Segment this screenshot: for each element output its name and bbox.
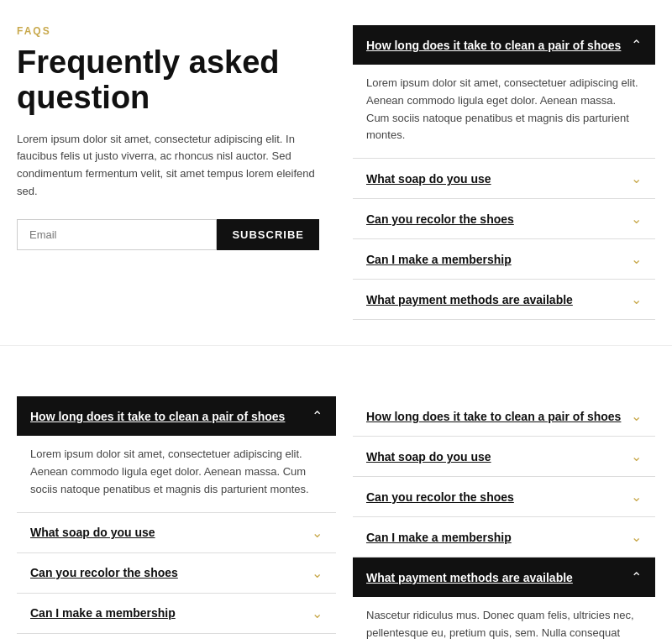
faq-item-bl-4: What payment methods are available ⌄ (17, 634, 336, 644)
faq-question-1: What soap do you use (366, 172, 491, 186)
faq-header-1[interactable]: What soap do you use ⌄ (353, 159, 655, 198)
chevron-down-icon-bl-1: ⌄ (312, 525, 323, 541)
top-section: FAQS Frequently asked question Lorem ips… (0, 0, 672, 346)
chevron-down-icon-bl-3: ⌄ (312, 605, 323, 621)
faq-question-bl-3: Can I make a membership (30, 606, 176, 620)
faq-question-bl-1: What soap do you use (30, 526, 155, 539)
faq-header-open-br[interactable]: What payment methods are available ⌃ (353, 558, 655, 597)
chevron-down-icon-3: ⌄ (631, 251, 642, 267)
main-title: Frequently asked question (17, 45, 319, 116)
faq-item-bl-2: Can you recolor the shoes ⌄ (17, 553, 336, 594)
faq-question-bl-2: Can you recolor the shoes (30, 566, 178, 579)
chevron-down-icon-br-4: ⌄ (631, 529, 642, 545)
faq-header-br-4[interactable]: Can I make a membership ⌄ (353, 517, 655, 557)
faq-header-open-bl[interactable]: How long does it take to clean a pair of… (17, 396, 336, 436)
faq-header-2[interactable]: Can you recolor the shoes ⌄ (353, 199, 655, 238)
chevron-down-icon-br-1: ⌄ (631, 408, 642, 424)
bottom-right-faq-panel: How long does it take to clean a pair of… (353, 396, 655, 644)
faq-header-4[interactable]: What payment methods are available ⌄ (353, 280, 655, 319)
bottom-left-faq-panel: How long does it take to clean a pair of… (17, 396, 336, 644)
faq-question-open-bl: How long does it take to clean a pair of… (30, 410, 285, 423)
faq-question-br-4: Can I make a membership (366, 531, 512, 544)
faq-item: What soap do you use ⌄ (353, 159, 655, 199)
faq-question-open-br: What payment methods are available (366, 571, 573, 584)
faq-item-open: How long does it take to clean a pair of… (353, 25, 655, 159)
faq-item: Can you recolor the shoes ⌄ (353, 199, 655, 239)
faq-item-bl-3: Can I make a membership ⌄ (17, 594, 336, 634)
faq-item-br-3: Can you recolor the shoes ⌄ (353, 477, 655, 517)
faq-item: Can I make a membership ⌄ (353, 239, 655, 280)
chevron-up-icon-bl: ⌃ (312, 408, 323, 424)
left-panel: FAQS Frequently asked question Lorem ips… (17, 25, 336, 320)
faq-question-open: How long does it take to clean a pair of… (366, 39, 621, 52)
faq-question-br-1: How long does it take to clean a pair of… (366, 410, 621, 423)
page-wrapper: FAQS Frequently asked question Lorem ips… (0, 0, 672, 644)
faq-item-bl-1: What soap do you use ⌄ (17, 513, 336, 553)
chevron-down-icon-br-3: ⌄ (631, 489, 642, 505)
faq-header-bl-3[interactable]: Can I make a membership ⌄ (17, 594, 336, 633)
faq-item-br-4: Can I make a membership ⌄ (353, 517, 655, 558)
faq-answer-open-br: Nascetur ridiculus mus. Donec quam felis… (353, 597, 655, 644)
faq-header-br-2[interactable]: What soap do you use ⌄ (353, 437, 655, 476)
faq-item-br-2: What soap do you use ⌄ (353, 437, 655, 477)
description-text: Lorem ipsum dolor sit amet, consectetur … (17, 131, 319, 201)
faq-header-br-1[interactable]: How long does it take to clean a pair of… (353, 396, 655, 436)
faq-answer-open-bl: Lorem ipsum dolor sit amet, consectetuer… (17, 436, 336, 511)
faq-header-bl-1[interactable]: What soap do you use ⌄ (17, 513, 336, 552)
faq-header-bl-4[interactable]: What payment methods are available ⌄ (17, 634, 336, 644)
bottom-section: How long does it take to clean a pair of… (0, 396, 672, 644)
faq-answer-open: Lorem ipsum dolor sit amet, consectetuer… (353, 65, 655, 158)
divider (0, 346, 672, 396)
faq-question-4: What payment methods are available (366, 293, 573, 306)
chevron-down-icon-1: ⌄ (631, 170, 642, 186)
chevron-up-icon: ⌃ (631, 37, 642, 53)
subscribe-button[interactable]: SUBSCRIBE (217, 219, 319, 250)
chevron-down-icon-2: ⌄ (631, 211, 642, 227)
faq-item-open-br: What payment methods are available ⌃ Nas… (353, 558, 655, 644)
faq-header-3[interactable]: Can I make a membership ⌄ (353, 239, 655, 279)
faq-item-br-1: How long does it take to clean a pair of… (353, 396, 655, 437)
chevron-up-icon-br: ⌃ (631, 569, 642, 585)
chevron-down-icon-bl-2: ⌄ (312, 565, 323, 581)
chevron-down-icon-br-2: ⌄ (631, 448, 642, 464)
faq-question-br-3: Can you recolor the shoes (366, 490, 514, 504)
faq-item: What payment methods are available ⌄ (353, 280, 655, 320)
faqs-label: FAQS (17, 25, 319, 37)
subscribe-row: SUBSCRIBE (17, 219, 319, 250)
faq-header-br-3[interactable]: Can you recolor the shoes ⌄ (353, 477, 655, 516)
faq-question-br-2: What soap do you use (366, 450, 491, 463)
faq-question-2: Can you recolor the shoes (366, 212, 514, 226)
faq-header-open[interactable]: How long does it take to clean a pair of… (353, 25, 655, 65)
faq-header-bl-2[interactable]: Can you recolor the shoes ⌄ (17, 553, 336, 593)
faq-question-3: Can I make a membership (366, 253, 512, 266)
top-right-faq-panel: How long does it take to clean a pair of… (353, 25, 655, 320)
email-input[interactable] (17, 219, 217, 250)
faq-item-open-bl: How long does it take to clean a pair of… (17, 396, 336, 512)
chevron-down-icon-4: ⌄ (631, 291, 642, 307)
